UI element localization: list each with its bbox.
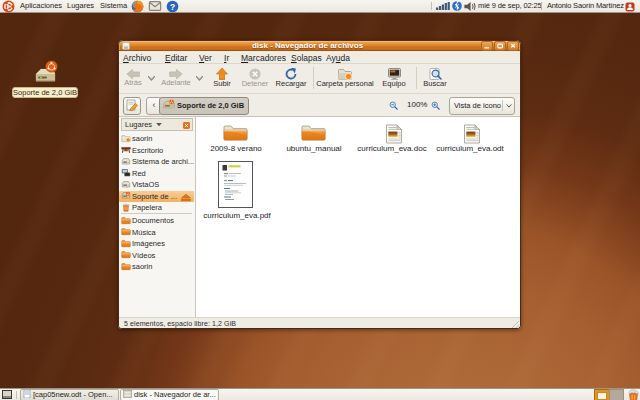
svg-text:?: ? <box>170 2 175 12</box>
